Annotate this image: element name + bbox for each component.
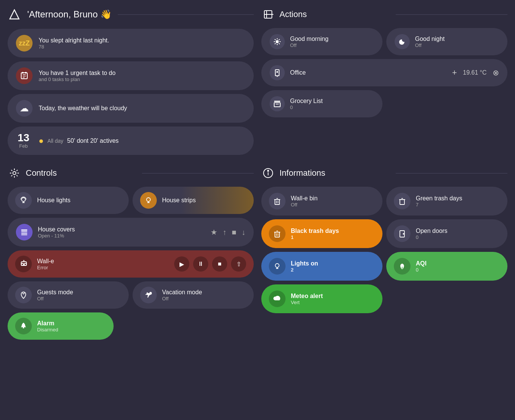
svg-rect-20 (276, 71, 278, 73)
meteo-card[interactable]: Meteo alert Vert (261, 284, 382, 313)
office-temp: 19.61 °C (463, 69, 487, 76)
sleep-card: zzZ You slept alright last night. 78 (8, 29, 254, 58)
office-title: Office (290, 69, 306, 76)
grocery-title: Grocery List (290, 98, 323, 105)
house-covers-card[interactable]: House covers Open - 11% ★ ↑ ■ ↓ (8, 218, 254, 247)
office-left: Office (270, 65, 306, 80)
svg-line-15 (275, 39, 276, 40)
actions-icon (261, 8, 275, 21)
svg-point-29 (147, 198, 150, 201)
good-morning-card[interactable]: Good morning Off (261, 28, 382, 55)
guests-text: Guests mode Off (37, 289, 73, 301)
task-card: You have 1 urgent task to do and 0 tasks… (8, 61, 254, 90)
house-strips-text: House strips (162, 197, 196, 204)
aqi-sub: 0 (416, 267, 426, 273)
sun-icon (270, 34, 285, 49)
svg-rect-55 (275, 232, 279, 237)
greeting-title: 'Afternoon, Bruno 👋 (27, 9, 112, 20)
calendar-day: 13 (17, 133, 29, 143)
walle-bin-title: Wall-e bin (291, 195, 318, 202)
greeting-divider (118, 14, 254, 15)
house-strips-card[interactable]: House strips (133, 187, 254, 214)
lights-icon (15, 192, 32, 209)
plane-icon (140, 287, 157, 303)
meteo-sub: Vert (291, 300, 323, 305)
walle-subtitle: Error (37, 265, 54, 270)
vacation-card[interactable]: Vacation mode Off (133, 281, 254, 309)
black-trash-card[interactable]: Black trash days 1 (261, 219, 382, 248)
svg-rect-52 (400, 200, 404, 205)
walle-bin-card[interactable]: Wall-e bin Off (261, 187, 382, 215)
meteo-text: Meteo alert Vert (291, 293, 323, 305)
green-trash-card[interactable]: Green trash days 7 (386, 187, 507, 215)
svg-line-42 (22, 293, 23, 294)
weather-card: ☁ Today, the weather will be cloudy (8, 94, 254, 123)
lights-on-title: Lights on (291, 260, 318, 267)
covers-stop-icon[interactable]: ■ (232, 228, 236, 237)
calendar-month: Feb (19, 143, 28, 149)
walle-controls: ▶ ⏸ ■ ⇧ (174, 256, 246, 272)
aqi-card[interactable]: AQI 0 (386, 252, 507, 281)
covers-down-icon[interactable]: ↓ (242, 228, 245, 237)
open-doors-text: Open doors 0 (416, 228, 448, 240)
grocery-card[interactable]: Grocery List 0 (261, 90, 382, 117)
svg-point-46 (268, 170, 269, 172)
walle-card[interactable]: Wall-e Error ▶ ⏸ ■ ⇧ (8, 250, 254, 278)
house-lights-card[interactable]: House lights (8, 187, 129, 214)
controls-section: Controls House lights House strips (8, 166, 254, 340)
actions-section: Actions Good morning Off Good n (261, 8, 507, 155)
controls-divider (142, 173, 254, 173)
covers-icon (16, 224, 33, 240)
covers-title: House covers (38, 226, 75, 233)
calendar-event-text: 50' dont 20' actives (67, 137, 119, 144)
meteo-title: Meteo alert (291, 293, 323, 300)
svg-point-10 (276, 40, 279, 43)
good-morning-text: Good morning Off (290, 36, 328, 48)
actions-title: Actions (279, 9, 391, 19)
sleep-title: You slept alright last night. (39, 37, 109, 44)
office-extra-icon: ⊗ (493, 68, 499, 77)
good-night-card[interactable]: Good night Off (386, 28, 507, 55)
svg-rect-6 (25, 72, 27, 73)
green-trash-title: Green trash days (416, 195, 462, 202)
walle-upload-btn[interactable]: ⇧ (231, 256, 246, 272)
svg-rect-43 (23, 327, 24, 328)
open-doors-sub: 0 (416, 234, 448, 240)
info-icon (261, 166, 275, 180)
aqi-text: AQI 0 (416, 260, 426, 273)
calendar-date: 13 Feb (16, 133, 31, 149)
good-night-title: Good night (415, 36, 445, 42)
svg-rect-32 (21, 230, 27, 231)
black-trash-icon (269, 225, 286, 242)
open-doors-card[interactable]: Open doors 0 (386, 219, 507, 248)
grocery-text: Grocery List 0 (290, 98, 323, 110)
covers-subtitle: Open - 11% (38, 233, 75, 239)
actions-divider (396, 14, 507, 15)
guests-subtitle: Off (37, 296, 73, 301)
office-card[interactable]: Office + 19.61 °C ⊗ (261, 59, 507, 86)
walle-pause-btn[interactable]: ⏸ (193, 256, 208, 272)
covers-fav-icon[interactable]: ★ (211, 228, 217, 237)
svg-line-18 (275, 43, 276, 44)
walle-title: Wall-e (37, 258, 54, 265)
gear-icon (8, 166, 21, 180)
svg-rect-22 (274, 101, 280, 102)
guests-card[interactable]: Guests mode Off (8, 281, 129, 309)
good-morning-sub: Off (290, 42, 328, 48)
good-night-sub: Off (415, 42, 445, 48)
leaf-icon (394, 258, 410, 275)
alarm-sub: Disarmed (37, 327, 58, 333)
alarm-text: Alarm Disarmed (37, 320, 58, 333)
calendar-event: ● All day 50' dont 20' actives (39, 136, 119, 146)
alarm-card[interactable]: Alarm Disarmed (8, 312, 114, 340)
robot-icon (15, 256, 32, 272)
svg-rect-23 (274, 103, 280, 107)
covers-up-icon[interactable]: ↑ (223, 228, 226, 237)
walle-play-btn[interactable]: ▶ (174, 256, 189, 272)
actions-grid: Good morning Off Good night Off (261, 28, 507, 117)
walle-stop-btn[interactable]: ■ (212, 256, 227, 272)
svg-point-25 (13, 172, 16, 175)
weather-title: Today, the weather will be cloudy (39, 105, 127, 112)
grocery-icon (270, 96, 285, 111)
lights-on-card[interactable]: Lights on 2 (261, 252, 382, 281)
